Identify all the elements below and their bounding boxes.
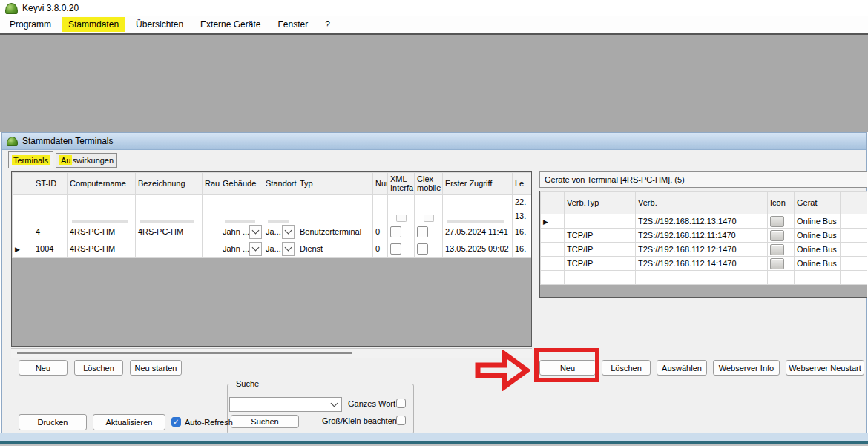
terminals-neu-starten-button[interactable]: Neu starten xyxy=(130,360,182,376)
search-combo-input[interactable] xyxy=(229,397,342,412)
partial-checkbox xyxy=(396,215,407,222)
dropdown-button[interactable] xyxy=(249,242,262,256)
col-computername[interactable]: Computername xyxy=(68,173,136,195)
menu-programm[interactable]: Programm xyxy=(3,17,58,32)
partial-checkbox xyxy=(424,215,434,222)
window-bottom-frame xyxy=(0,433,868,441)
suchen-button[interactable]: Suchen xyxy=(231,415,299,428)
cell-typ: Benutzerterminal xyxy=(297,223,373,240)
col-st-id[interactable]: ST-ID xyxy=(33,173,68,195)
device-row-1[interactable]: ▶ TCP/IP T2S://192.168.112.13:1470 Onlin… xyxy=(541,214,868,229)
col-verb[interactable]: Verb. xyxy=(636,192,768,214)
table-row-partial-1[interactable]: 22. xyxy=(13,195,533,209)
cell-erster-zugriff: 13.05.2025 09:02 xyxy=(443,240,513,258)
col-clex-mobile[interactable]: Clex mobile xyxy=(415,173,443,195)
main-titlebar: Keyvi 3.8.0.20 xyxy=(0,0,868,16)
scrollbar-thumb[interactable] xyxy=(17,352,352,354)
keyvi-logo-icon xyxy=(5,3,18,14)
chevron-down-icon xyxy=(252,244,260,252)
menu-uebersichten[interactable]: Übersichten xyxy=(129,17,190,32)
drucken-button[interactable]: Drucken xyxy=(19,414,87,430)
col-typ[interactable]: Typ xyxy=(297,173,373,195)
menu-externe-geraete[interactable]: Externe Geräte xyxy=(194,17,267,32)
current-row-marker-icon: ▶ xyxy=(15,246,20,253)
window-title: Keyvi 3.8.0.20 xyxy=(22,3,79,13)
annotation-highlight-rectangle xyxy=(534,348,599,382)
child-titlebar[interactable]: Stammdaten Terminals xyxy=(2,133,866,150)
checkbox-xml-interface[interactable] xyxy=(390,243,401,255)
cell-standort[interactable]: Ja... xyxy=(263,223,297,240)
tab-terminals[interactable]: Terminals xyxy=(8,151,53,168)
cell-computername: 4RS-PC-HM xyxy=(68,223,136,240)
cell-standort[interactable]: Ja... xyxy=(263,240,297,258)
mdi-background xyxy=(0,33,868,132)
case-sensitive-checkbox[interactable] xyxy=(396,416,406,425)
devices-loeschen-button[interactable]: Löschen xyxy=(602,360,651,376)
chevron-down-icon xyxy=(252,227,260,235)
cell-gebaeude[interactable]: Jahn ... xyxy=(220,223,263,240)
col-verb-typ[interactable]: Verb.Typ xyxy=(565,192,636,214)
checkbox-clex-mobile[interactable] xyxy=(417,243,428,255)
whole-word-label: Ganzes Wort xyxy=(348,399,395,408)
col-icon[interactable]: Icon xyxy=(768,192,795,214)
device-row-4[interactable]: TCP/IP T2S://192.168.112.14:1470 Online … xyxy=(541,257,868,271)
dropdown-button[interactable] xyxy=(282,225,295,239)
checkbox-xml-interface[interactable] xyxy=(390,226,401,237)
terminals-neu-button[interactable]: Neu xyxy=(19,360,68,376)
webserver-neustart-button[interactable]: Webserver Neustart xyxy=(786,360,864,376)
cell-bezeichnung: 4RS-PC-HM xyxy=(136,223,203,240)
col-raum[interactable]: Raum xyxy=(203,173,220,195)
menu-fenster[interactable]: Fenster xyxy=(271,17,315,32)
webserver-info-button[interactable]: Webserver Info xyxy=(713,360,780,376)
cell-bezeichnung-selected[interactable]: 4RS-PC-HM xyxy=(136,240,203,258)
tab-auswirkungen[interactable]: Auswirkungen xyxy=(56,153,117,168)
whole-word-checkbox[interactable] xyxy=(396,399,406,408)
col-rowmarker[interactable] xyxy=(541,192,565,214)
col-rowmarker[interactable] xyxy=(13,173,33,195)
col-xml-interface[interactable]: XML Interfa xyxy=(388,173,415,195)
col-erster-zugriff[interactable]: Erster Zugriff xyxy=(443,173,513,195)
col-bezeichnung[interactable]: Bezeichnung xyxy=(136,173,203,195)
devices-panel-title: Geräte von Terminal [4RS-PC-HM]. (5) xyxy=(545,175,685,184)
checkbox-clex-mobile[interactable] xyxy=(417,226,428,237)
col-gebaeude[interactable]: Gebäude xyxy=(220,173,263,195)
keyvi-application-window: Keyvi 3.8.0.20 Programm Stammdaten Übers… xyxy=(0,0,868,446)
cell-letzter: 16. xyxy=(513,240,533,258)
col-letzter-zugriff[interactable]: Le xyxy=(513,173,533,195)
col-nur[interactable]: Nur xyxy=(373,173,388,195)
device-icon[interactable] xyxy=(770,258,784,269)
cell-geraet: Online Bus xyxy=(795,257,841,271)
col-standort[interactable]: Standort xyxy=(263,173,297,195)
col-geraet[interactable]: Gerät xyxy=(795,192,841,214)
auto-refresh-label: Auto-Refresh xyxy=(185,418,233,427)
terminals-loeschen-button[interactable]: Löschen xyxy=(74,360,123,376)
cell-verb-typ-selected[interactable]: TCP/IP xyxy=(565,214,636,229)
auto-refresh-checkbox[interactable]: ✓ xyxy=(171,417,181,427)
cell-computername: 4RS-PC-HM xyxy=(68,240,136,258)
horizontal-scrollbar[interactable] xyxy=(11,348,532,358)
current-row-marker-icon: ▶ xyxy=(543,218,548,226)
menu-help[interactable]: ? xyxy=(318,17,337,32)
device-icon[interactable] xyxy=(770,244,784,255)
table-row-partial-2[interactable]: 13. xyxy=(13,209,533,223)
menu-stammdaten[interactable]: Stammdaten xyxy=(62,17,125,32)
device-row-2[interactable]: TCP/IP T2S://192.168.112.11:1470 Online … xyxy=(541,229,868,243)
device-row-3[interactable]: TCP/IP T2S://192.168.112.12:1470 Online … xyxy=(541,243,868,257)
check-icon: ✓ xyxy=(173,418,179,426)
cell-geraet: Online Bus xyxy=(795,229,841,243)
table-row-terminal-1004[interactable]: ▶ 1004 4RS-PC-HM 4RS-PC-HM Jahn ... Ja..… xyxy=(13,240,533,258)
device-icon[interactable] xyxy=(770,216,784,227)
auswaehlen-button[interactable]: Auswählen xyxy=(657,360,707,376)
aktualisieren-button[interactable]: Aktualisieren xyxy=(93,414,165,430)
dropdown-button[interactable] xyxy=(282,242,295,256)
child-window-icon xyxy=(7,137,18,146)
cell-erster-zugriff: 27.05.2024 11:41 xyxy=(443,223,513,240)
dropdown-button[interactable] xyxy=(249,225,262,239)
tab-auswirkungen-label: swirkungen xyxy=(72,156,114,165)
table-row-terminal-4[interactable]: 4 4RS-PC-HM 4RS-PC-HM Jahn ... Ja... Ben… xyxy=(13,223,533,240)
cell-gebaeude[interactable]: Jahn ... xyxy=(220,240,263,258)
devices-grid: Verb.Typ Verb. Icon Gerät ▶ TCP/IP T2S:/… xyxy=(539,191,867,298)
tab-auswirkungen-label-hl: Au xyxy=(59,155,72,165)
device-icon[interactable] xyxy=(770,230,784,241)
cell-st-id: 1004 xyxy=(33,240,68,258)
